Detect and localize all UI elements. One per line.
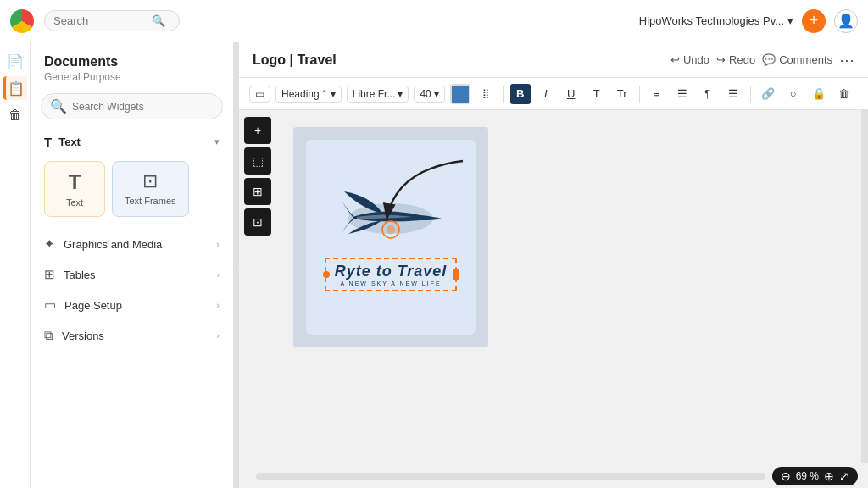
lock-button[interactable]: 🔒 xyxy=(809,84,829,104)
icon-rail: 📄 📋 🗑 xyxy=(0,42,31,488)
sidebar-item-tables[interactable]: ⊞ Tables › xyxy=(31,259,233,290)
graphics-media-label: Graphics and Media xyxy=(64,238,162,251)
content-area: Logo | Travel ↩ Undo ↪ Redo 💬 Comments ⋯ xyxy=(239,42,868,488)
qr-tool-button[interactable]: ⊡ xyxy=(244,208,271,236)
bottom-bar: ⊖ 69 % ⊕ ⤢ xyxy=(239,463,868,488)
add-button[interactable]: + xyxy=(802,9,826,33)
app-logo xyxy=(10,9,34,33)
text-section-chevron: ▾ xyxy=(214,136,220,147)
underline-button[interactable]: U xyxy=(561,84,581,104)
grid-tool-button[interactable]: ⊞ xyxy=(244,178,271,205)
versions-label: Versions xyxy=(62,330,104,342)
zoom-controls: ⊖ 69 % ⊕ ⤢ xyxy=(772,467,858,485)
font-color-button[interactable] xyxy=(450,84,470,104)
airplane-svg xyxy=(336,183,446,251)
link-button[interactable]: 🔗 xyxy=(758,84,778,104)
company-name[interactable]: HipoWorks Technologies Pv... ▾ xyxy=(639,14,793,27)
text-widget-icon: T xyxy=(69,170,81,194)
canvas-wrapper: + ⬚ ⊞ ⊡ xyxy=(239,110,868,463)
zoom-level: 69 % xyxy=(796,470,819,482)
undo-icon: ↩ xyxy=(670,53,680,66)
zoom-out-button[interactable]: ⊖ xyxy=(781,469,791,483)
topbar: 🔍 HipoWorks Technologies Pv... ▾ + 👤 xyxy=(0,0,868,42)
canvas-scroll-area[interactable]: Ryte to Travel A NEW SKY A NEW LIFE xyxy=(276,110,861,463)
doc-actions: ↩ Undo ↪ Redo 💬 Comments ⋯ xyxy=(670,51,854,69)
select-tool-button[interactable]: ⬚ xyxy=(244,147,271,175)
widget-text-frames[interactable]: ⊡ Text Frames xyxy=(112,161,189,217)
sidebar-search-input[interactable] xyxy=(72,101,214,113)
search-input[interactable] xyxy=(53,14,147,27)
paragraph-button[interactable]: ¶ xyxy=(698,84,718,104)
bold-button[interactable]: B xyxy=(510,84,531,104)
sidebar-search-box[interactable]: 🔍 xyxy=(41,93,223,119)
text-widget-label: Text xyxy=(66,197,83,208)
rail-widgets[interactable]: 📋 xyxy=(3,76,27,100)
fullscreen-button[interactable]: ⤢ xyxy=(839,469,849,483)
sidebar-title: Documents xyxy=(44,54,220,69)
text-transform-button[interactable]: Tr xyxy=(612,84,632,104)
align-left-button[interactable]: ≡ xyxy=(647,84,667,104)
topbar-right: HipoWorks Technologies Pv... ▾ + 👤 xyxy=(639,9,858,33)
logo-sub-text: A NEW SKY A NEW LIFE xyxy=(335,280,448,286)
redo-icon: ↪ xyxy=(716,53,726,66)
tables-icon: ⊞ xyxy=(44,267,55,282)
text-format-button[interactable]: T xyxy=(587,84,607,104)
graphics-media-icon: ✦ xyxy=(44,236,55,252)
font-size-select[interactable]: 40 ▾ xyxy=(414,86,444,103)
circle-button[interactable]: ○ xyxy=(783,84,804,104)
page-setup-chevron: › xyxy=(216,300,220,310)
page-style-select[interactable]: ▭ xyxy=(249,86,270,103)
sidebar-header: Documents General Purpose xyxy=(31,42,233,86)
tables-label: Tables xyxy=(64,269,96,281)
zoom-in-button[interactable]: ⊕ xyxy=(824,469,834,483)
selection-dot xyxy=(323,271,330,278)
search-icon: 🔍 xyxy=(152,14,165,27)
text-section-icon: T xyxy=(44,135,52,149)
right-scrollbar[interactable] xyxy=(861,110,868,463)
rail-trash[interactable]: 🗑 xyxy=(3,103,27,127)
rail-new-doc[interactable]: 📄 xyxy=(3,49,27,73)
doc-header: Logo | Travel ↩ Undo ↪ Redo 💬 Comments ⋯ xyxy=(239,42,868,78)
comments-button[interactable]: 💬 Comments xyxy=(762,53,832,66)
font-family-select[interactable]: Libre Fr... ▾ xyxy=(347,86,409,103)
pattern-button[interactable]: ⣿ xyxy=(476,84,496,104)
heading-style-select[interactable]: Heading 1 ▾ xyxy=(275,86,342,103)
graphics-media-chevron: › xyxy=(216,239,220,249)
left-tools: + ⬚ ⊞ ⊡ xyxy=(239,110,276,463)
logo-text-block[interactable]: Ryte to Travel A NEW SKY A NEW LIFE xyxy=(325,258,458,291)
format-toolbar: ▭ Heading 1 ▾ Libre Fr... ▾ 40 ▾ ⣿ B I U… xyxy=(239,78,868,110)
text-frames-widget-label: Text Frames xyxy=(125,196,176,206)
sidebar-search-icon: 🔍 xyxy=(50,98,67,114)
text-widgets: T Text ⊡ Text Frames xyxy=(31,156,233,229)
user-icon[interactable]: 👤 xyxy=(834,9,858,33)
sidebar: Documents General Purpose 🔍 T Text ▾ T T… xyxy=(31,42,234,488)
doc-title: Logo | Travel xyxy=(253,53,337,68)
redo-button[interactable]: ↪ Redo xyxy=(716,53,755,66)
main-layout: 📄 📋 🗑 Documents General Purpose 🔍 T Text… xyxy=(0,42,868,488)
align-center-button[interactable]: ☰ xyxy=(672,84,693,104)
text-section-header[interactable]: T Text ▾ xyxy=(31,128,233,156)
text-section-label: Text xyxy=(58,136,81,148)
search-box[interactable]: 🔍 xyxy=(44,10,180,31)
toolbar-divider-1 xyxy=(503,86,504,103)
undo-button[interactable]: ↩ Undo xyxy=(670,53,709,66)
heading-chevron-icon: ▾ xyxy=(331,88,336,100)
italic-button[interactable]: I xyxy=(536,84,556,104)
text-frames-widget-icon: ⊡ xyxy=(142,170,158,192)
sidebar-item-versions[interactable]: ⧉ Versions › xyxy=(31,320,233,351)
doc-more-button[interactable]: ⋯ xyxy=(839,51,854,69)
delete-button[interactable]: 🗑 xyxy=(834,84,854,104)
svg-point-3 xyxy=(387,225,395,234)
sidebar-item-graphics-media[interactable]: ✦ Graphics and Media › xyxy=(31,229,233,259)
versions-icon: ⧉ xyxy=(44,328,53,343)
page-setup-icon: ▭ xyxy=(44,297,56,313)
widget-text[interactable]: T Text xyxy=(44,161,105,217)
add-tool-button[interactable]: + xyxy=(244,117,271,144)
horizontal-scrollbar[interactable] xyxy=(256,473,765,480)
toolbar-divider-2 xyxy=(639,86,640,103)
list-button[interactable]: ☰ xyxy=(723,84,743,104)
sidebar-item-page-setup[interactable]: ▭ Page Setup › xyxy=(31,290,233,320)
logo-airplane xyxy=(336,183,446,251)
toolbar-divider-3 xyxy=(750,86,751,103)
canvas-page[interactable]: Ryte to Travel A NEW SKY A NEW LIFE xyxy=(293,127,488,347)
